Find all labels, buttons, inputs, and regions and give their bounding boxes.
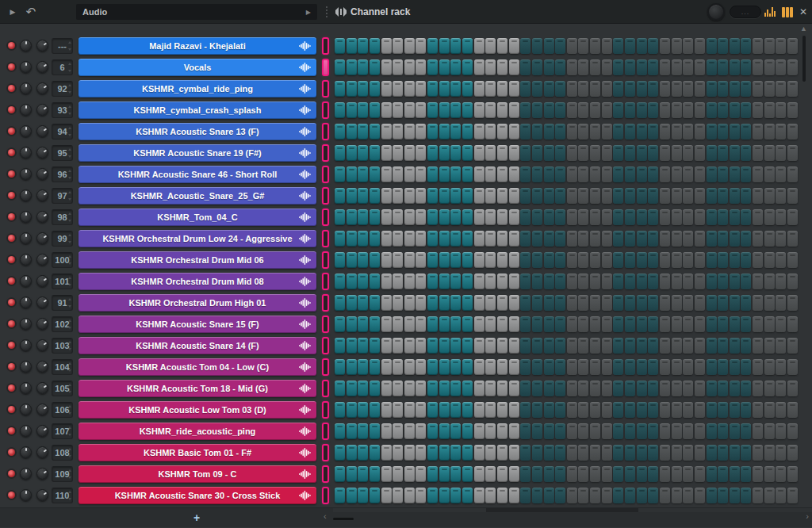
step[interactable]: [683, 188, 693, 204]
step[interactable]: [347, 423, 357, 439]
spinner-icons[interactable]: [68, 298, 71, 308]
step[interactable]: [427, 59, 438, 75]
step[interactable]: [358, 402, 368, 418]
step[interactable]: [764, 145, 775, 161]
channel-mute-led[interactable]: [8, 256, 15, 263]
step[interactable]: [544, 445, 554, 461]
step[interactable]: [695, 359, 705, 375]
step[interactable]: [648, 488, 658, 503]
step[interactable]: [602, 188, 612, 204]
step[interactable]: [753, 81, 763, 97]
step[interactable]: [718, 359, 728, 375]
step[interactable]: [427, 423, 438, 439]
volume-knob[interactable]: [36, 40, 48, 52]
step[interactable]: [335, 316, 345, 332]
volume-knob[interactable]: [36, 318, 48, 330]
step[interactable]: [637, 59, 647, 75]
step[interactable]: [590, 209, 600, 225]
step[interactable]: [555, 274, 565, 289]
step[interactable]: [613, 445, 623, 461]
step[interactable]: [474, 488, 485, 503]
step[interactable]: [567, 209, 577, 225]
step[interactable]: [509, 445, 519, 461]
step[interactable]: [416, 359, 426, 375]
step[interactable]: [613, 145, 623, 161]
channel-button[interactable]: KSHMR Acoustic Snare 14 (F): [79, 337, 316, 354]
step[interactable]: [509, 423, 519, 439]
step[interactable]: [474, 445, 485, 461]
step[interactable]: [672, 59, 682, 75]
step[interactable]: [520, 124, 530, 140]
step[interactable]: [462, 209, 473, 225]
step[interactable]: [741, 381, 751, 396]
step[interactable]: [672, 423, 682, 439]
step[interactable]: [787, 316, 798, 332]
step[interactable]: [404, 38, 415, 54]
step[interactable]: [485, 81, 496, 97]
step[interactable]: [404, 488, 415, 503]
step[interactable]: [544, 488, 554, 503]
step[interactable]: [730, 38, 740, 54]
step[interactable]: [613, 466, 623, 482]
step[interactable]: [590, 466, 600, 482]
step[interactable]: [497, 295, 508, 311]
step[interactable]: [358, 59, 368, 75]
step[interactable]: [741, 295, 751, 311]
step[interactable]: [730, 102, 740, 118]
step[interactable]: [787, 338, 798, 354]
step[interactable]: [660, 38, 670, 54]
step[interactable]: [787, 81, 798, 97]
step[interactable]: [707, 338, 717, 354]
channel-button[interactable]: KSHMR Orchestral Drum Mid 08: [79, 273, 316, 290]
step[interactable]: [439, 402, 450, 418]
undo-icon[interactable]: ↷: [24, 0, 38, 24]
step[interactable]: [509, 274, 519, 289]
channel-select-indicator[interactable]: [322, 465, 329, 483]
step[interactable]: [625, 423, 635, 439]
step[interactable]: [660, 445, 670, 461]
step[interactable]: [485, 359, 496, 375]
step[interactable]: [613, 359, 623, 375]
channel-mute-led[interactable]: [8, 342, 15, 349]
volume-knob[interactable]: [36, 404, 48, 415]
step[interactable]: [764, 466, 775, 482]
step[interactable]: [787, 252, 798, 268]
step[interactable]: [625, 466, 635, 482]
step[interactable]: [764, 381, 775, 396]
step[interactable]: [637, 188, 647, 204]
step[interactable]: [416, 402, 426, 418]
step[interactable]: [450, 359, 461, 375]
step[interactable]: [462, 402, 473, 418]
pan-knob[interactable]: [20, 40, 32, 52]
step[interactable]: [532, 423, 542, 439]
step[interactable]: [602, 209, 612, 225]
step[interactable]: [544, 124, 554, 140]
volume-knob[interactable]: [36, 339, 48, 351]
step[interactable]: [393, 316, 403, 332]
step[interactable]: [393, 38, 403, 54]
close-icon[interactable]: ✕: [796, 0, 810, 24]
channel-button[interactable]: KSHMR_cymbal_ride_ping: [79, 80, 316, 98]
step[interactable]: [602, 166, 612, 182]
step[interactable]: [520, 252, 530, 268]
step[interactable]: [707, 274, 717, 289]
step[interactable]: [683, 252, 693, 268]
step[interactable]: [347, 274, 357, 289]
step[interactable]: [625, 209, 635, 225]
step[interactable]: [358, 466, 368, 482]
step[interactable]: [787, 166, 798, 182]
step[interactable]: [474, 124, 485, 140]
step[interactable]: [613, 38, 623, 54]
step[interactable]: [520, 466, 530, 482]
step[interactable]: [602, 445, 612, 461]
step[interactable]: [718, 209, 728, 225]
step[interactable]: [787, 381, 798, 396]
step[interactable]: [590, 359, 600, 375]
step[interactable]: [381, 295, 392, 311]
step[interactable]: [567, 466, 577, 482]
step[interactable]: [404, 423, 415, 439]
step[interactable]: [776, 124, 786, 140]
channel-select-indicator[interactable]: [322, 123, 329, 140]
step[interactable]: [707, 445, 717, 461]
step[interactable]: [544, 466, 554, 482]
